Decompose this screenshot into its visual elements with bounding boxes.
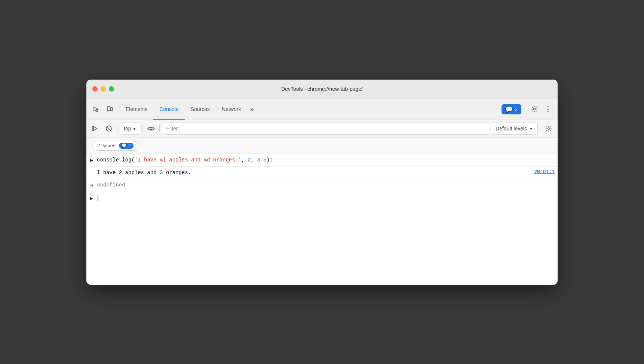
input-prompt-arrow: ▶ — [86, 194, 97, 201]
eye-icon — [147, 125, 155, 132]
toolbar-divider-1 — [117, 125, 117, 132]
console-toolbar: top ▼ Default levels ▼ — [86, 120, 558, 138]
issues-chip-badge: 💬 2 — [119, 143, 134, 149]
num-arg-1: 2 — [248, 157, 251, 163]
clear-console-button[interactable] — [89, 123, 101, 135]
code-prefix: console.log( — [97, 157, 135, 163]
code-comma2: , — [251, 157, 257, 163]
code-comma: , — [241, 157, 248, 163]
chat-bubble-icon: 💬 — [122, 143, 127, 148]
vertical-dots-icon: ⋮ — [545, 106, 552, 112]
tab-console[interactable]: Console — [153, 99, 184, 120]
output-message: I have 2 apples and 3 oranges. — [97, 170, 191, 176]
tabbar: Elements Console Sources Network » 💬 2 ⋮ — [86, 99, 558, 120]
maximize-button[interactable] — [109, 86, 114, 92]
filter-input[interactable] — [162, 123, 489, 135]
issues-counter-button[interactable]: 💬 2 — [502, 104, 521, 114]
console-log-row: ▶ console.log('I have %i apples and %d o… — [86, 154, 558, 167]
log-levels-dropdown[interactable]: Default levels ▼ — [491, 123, 538, 135]
play-icon — [92, 125, 99, 132]
source-link[interactable]: VM491:1 — [528, 169, 555, 175]
issues-bar: 2 Issues: 💬 2 — [86, 138, 558, 154]
code-suffix: ); — [267, 157, 273, 163]
console-output-row: ▶ I have 2 apples and 3 oranges. VM491:1 — [86, 167, 558, 179]
svg-marker-4 — [93, 126, 97, 131]
no-arrow-spacer: ▶ — [86, 169, 97, 176]
issues-chip-label: 2 Issues: — [97, 143, 117, 148]
num-arg-2: 3.5 — [257, 157, 267, 163]
tab-network[interactable]: Network — [216, 99, 247, 120]
dropdown-chevron-icon: ▼ — [132, 127, 136, 131]
svg-line-7 — [107, 127, 111, 131]
tab-more-button[interactable]: » — [247, 102, 257, 116]
string-arg: 'I have %i apples and %d oranges.' — [135, 157, 242, 163]
console-input-row: ▶ — [86, 191, 558, 204]
inspect-element-button[interactable] — [89, 102, 103, 116]
console-settings-button[interactable] — [543, 123, 555, 135]
context-value: top — [124, 126, 131, 132]
issues-chip-count: 2 — [128, 143, 131, 148]
return-value: undefined — [97, 182, 125, 188]
preserve-log-button[interactable] — [103, 123, 115, 135]
svg-point-9 — [548, 128, 550, 130]
return-row: ◀ undefined — [86, 179, 558, 191]
expand-arrow[interactable]: ▶ — [86, 156, 97, 163]
log-code-content: console.log('I have %i apples and %d ora… — [97, 156, 555, 164]
log-levels-label: Default levels — [496, 126, 527, 132]
console-settings-gear-icon — [545, 125, 552, 132]
tab-divider-1 — [118, 105, 118, 114]
titlebar: DevTools - chrome://new-tab-page/ — [86, 80, 558, 99]
devtools-window: DevTools - chrome://new-tab-page/ Elemen… — [86, 80, 558, 285]
log-levels-chevron-icon: ▼ — [529, 127, 533, 131]
settings-gear-icon — [531, 106, 538, 112]
return-arrow-icon: ◀ — [86, 182, 97, 188]
traffic-lights — [92, 86, 114, 92]
toolbar-divider-2 — [142, 125, 143, 132]
inspect-icon — [93, 106, 99, 112]
output-text: I have 2 apples and 3 oranges. — [97, 169, 528, 177]
context-selector-dropdown[interactable]: top ▼ — [120, 123, 140, 135]
tab-elements[interactable]: Elements — [120, 99, 153, 120]
device-icon — [106, 106, 113, 112]
tab-divider-2 — [526, 105, 526, 114]
window-title: DevTools - chrome://new-tab-page/ — [281, 86, 363, 92]
block-icon — [105, 125, 112, 132]
settings-button[interactable] — [528, 102, 541, 116]
tab-sources[interactable]: Sources — [185, 99, 216, 120]
show-live-expression-button[interactable] — [145, 123, 157, 135]
toolbar-divider-3 — [159, 125, 160, 132]
minimize-button[interactable] — [101, 86, 106, 92]
svg-point-8 — [150, 127, 153, 130]
toolbar-divider-4 — [540, 125, 540, 132]
close-button[interactable] — [92, 86, 98, 92]
device-toolbar-button[interactable] — [103, 102, 116, 116]
issues-count: 2 — [515, 107, 518, 112]
issues-chat-icon: 💬 — [505, 106, 513, 113]
issues-chip[interactable]: 2 Issues: 💬 2 — [92, 141, 138, 151]
svg-point-3 — [534, 108, 536, 110]
cursor — [98, 195, 98, 201]
console-input-area[interactable] — [97, 195, 98, 201]
svg-rect-1 — [111, 108, 113, 111]
console-output: ▶ console.log('I have %i apples and %d o… — [86, 154, 558, 285]
more-options-button[interactable]: ⋮ — [541, 102, 555, 116]
